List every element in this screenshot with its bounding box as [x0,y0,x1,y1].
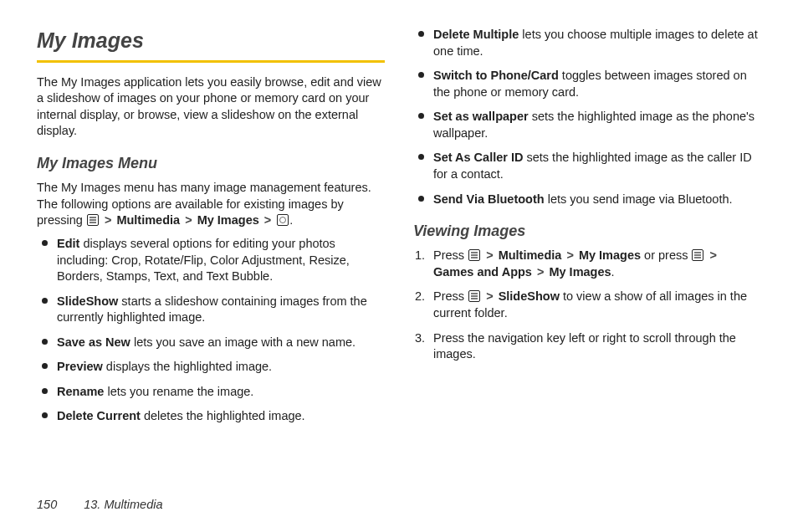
list-item: Press > SlideShow to view a show of all … [413,289,761,321]
option-text: lets you rename the image. [104,385,253,398]
menu-key-icon [692,249,703,261]
step-text: Press [433,248,468,262]
section-heading-viewing: Viewing Images [413,221,761,241]
page-footer: 150 13. Multimedia [37,497,163,514]
section-heading-menu: My Images Menu [37,153,385,173]
option-text: displays the highlighted image. [103,360,272,373]
viewing-steps: Press > Multimedia > My Images or press … [413,248,761,362]
breadcrumb-seg: Multimedia [116,213,180,227]
option-text: deletes the highlighted image. [141,409,305,422]
breadcrumb-seg: SlideShow [499,289,560,303]
option-label: Delete Multiple [433,28,519,41]
option-text: displays several options for editing you… [57,237,350,283]
option-label: Switch to Phone/Card [433,69,559,82]
step-text: or press [641,248,691,262]
option-text: lets you save an image with a new name. [130,335,356,349]
intro-paragraph: The My Images application lets you easil… [37,74,385,140]
chevron-right-icon: > [105,213,111,227]
chapter-label: 13. Multimedia [84,498,162,511]
breadcrumb-seg: My Images [549,265,611,279]
step-text: to view a show of all images in the curr… [433,289,747,320]
option-label: Delete Current [57,409,141,422]
breadcrumb-seg: Multimedia [499,248,562,262]
step-text: . [611,265,615,279]
list-item: Switch to Phone/Card toggles between ima… [413,68,761,100]
option-label: Preview [57,360,103,373]
menu-key-icon [87,214,99,226]
option-label: Rename [57,385,104,398]
list-item: Set as wallpaper sets the highlighted im… [413,109,761,141]
list-item: Preview displays the highlighted image. [37,359,385,376]
option-text: lets you send image via Bluetooth. [545,192,733,206]
page-number: 150 [37,498,57,511]
option-label: SlideShow [57,294,118,308]
menu-intro: The My Images menu has many image manage… [37,180,385,229]
breadcrumb-seg: My Images [579,248,641,262]
chevron-right-icon: > [710,248,717,262]
list-item: Press > Multimedia > My Images or press … [413,248,761,280]
menu-key-icon [468,290,480,302]
chevron-right-icon: > [486,289,493,303]
step-text: Press [433,289,468,303]
list-item: SlideShow starts a slideshow containing … [37,294,385,326]
breadcrumb-seg: My Images [197,213,259,227]
options-key-icon [277,214,289,226]
option-label: Set as wallpaper [433,110,529,123]
list-item: Press the navigation key left or right t… [413,330,761,363]
option-label: Set As Caller ID [433,151,523,164]
list-item: Rename lets you rename the image. [37,384,385,401]
list-item: Edit displays several options for editin… [37,236,385,285]
chevron-right-icon: > [264,213,271,227]
menu-key-icon [468,249,480,261]
option-label: Save as New [57,335,130,349]
list-item: Delete Current deletes the highlighted i… [37,408,385,425]
option-label: Send Via Bluetooth [433,192,545,206]
chevron-right-icon: > [185,213,192,227]
page-title: My Images [37,27,385,63]
list-item: Send Via Bluetooth lets you send image v… [413,192,761,208]
chevron-right-icon: > [537,265,544,279]
option-label: Edit [57,237,79,250]
content-columns: My Images The My Images application lets… [37,27,761,462]
chevron-right-icon: > [486,248,493,262]
list-item: Set As Caller ID sets the highlighted im… [413,150,761,182]
chevron-right-icon: > [566,248,573,262]
list-item: Delete Multiple lets you choose multiple… [413,27,761,59]
list-item: Save as New lets you save an image with … [37,335,385,351]
breadcrumb-seg: Games and Apps [433,265,532,279]
